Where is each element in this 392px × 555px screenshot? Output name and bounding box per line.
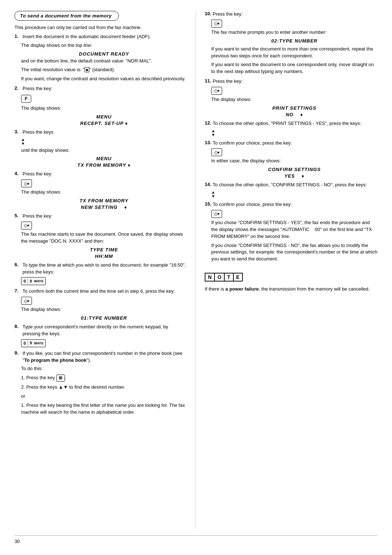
numeric-keys-2[interactable]: 09WAYS	[21, 339, 46, 347]
step-8-keys: 09WAYS	[21, 339, 187, 347]
step-14-arrows: ▲ ▼	[211, 190, 377, 198]
step-9: 9. If you like, you can find your corres…	[15, 350, 187, 416]
step-2-text: Press the key:	[23, 85, 187, 92]
page-number: 30	[15, 535, 377, 544]
start-key-2[interactable]: ◇■	[21, 222, 32, 230]
step-5-text: Press the key:	[23, 213, 187, 220]
start-key-4[interactable]: ◇■	[211, 20, 222, 28]
section-title: To send a document from the memory	[15, 11, 119, 21]
step-6: 6. To type the time at which you wish to…	[15, 262, 187, 285]
display-menu-1: MENU	[21, 114, 187, 119]
step-12-text: To choose the other option, "PRINT SETTI…	[213, 120, 377, 127]
step-12-num: 12.	[205, 120, 213, 126]
book-key[interactable]: ⊞	[56, 374, 65, 382]
display-confirm-settings: CONFIRM SETTINGS	[211, 167, 377, 172]
step-6-num: 6.	[15, 262, 23, 267]
step-8-text: Type your correspondent's number directl…	[23, 324, 187, 337]
start-key-5[interactable]: ◇■	[211, 87, 222, 95]
step-9-text: If you like, you can find your correspon…	[23, 350, 187, 364]
step-7-num: 7.	[15, 288, 23, 293]
step-14-text: To choose the other option, "CONFIRM SET…	[213, 182, 377, 189]
step-11-text: Press the key:	[213, 78, 377, 85]
step-12-arrows: ▲ ▼	[211, 129, 377, 137]
display-tx-from-memory-1: TX FROM MEMORY ♦	[21, 162, 187, 168]
step-12: 12. To choose the other option, "PRINT S…	[205, 120, 377, 137]
step-5-num: 5.	[15, 213, 23, 218]
step-2-num: 2.	[15, 85, 23, 91]
step-1-num: 1.	[15, 33, 23, 39]
step-4-num: 4.	[15, 171, 23, 176]
display-menu-2: MENU	[21, 156, 187, 161]
step-2-key: F	[21, 94, 187, 104]
step-10-num: 10.	[205, 11, 213, 16]
up-down-arrow-3[interactable]: ▲ ▼	[211, 190, 215, 198]
start-key-6[interactable]: ◇■	[211, 148, 222, 156]
step-14: 14. To choose the other option, "CONFIRM…	[205, 182, 377, 198]
start-key-1[interactable]: ◇■	[21, 179, 32, 187]
step-3-num: 3.	[15, 129, 23, 134]
display-print-settings: PRINT SETTINGS	[211, 105, 377, 111]
note-section: N O T E If there is a power failure, the…	[205, 269, 377, 293]
step-1: 1. Insert the document in the automatic …	[15, 33, 187, 82]
step-9-num: 9.	[15, 350, 23, 356]
step-5: 5. Press the key: ◇■ The fax machine sta…	[15, 213, 187, 259]
numeric-keys-1[interactable]: 09WAYS	[21, 277, 46, 285]
up-down-arrow-2[interactable]: ▲ ▼	[211, 129, 215, 137]
display-new-setting: NEW SETTING ♦	[21, 204, 187, 210]
step-3-arrows: ▲ ▼	[21, 138, 187, 146]
left-column: To send a document from the memory This …	[15, 11, 196, 529]
note-box: N O T E	[205, 273, 243, 281]
step-8: 8. Type your correspondent's number dire…	[15, 324, 187, 347]
step-15: 15. To confirm your choice, press the ke…	[205, 201, 377, 263]
step-13-key: ◇■	[211, 148, 377, 156]
start-key-7[interactable]: ◇■	[211, 210, 222, 218]
step-7-key: ◇■	[21, 297, 187, 305]
step-15-key: ◇■	[211, 210, 377, 218]
step-2: 2. Press the key: F The display shows: M…	[15, 85, 187, 126]
step-8-num: 8.	[15, 324, 23, 329]
page: To send a document from the memory This …	[0, 0, 392, 555]
up-down-arrow[interactable]: ▲ ▼	[21, 138, 25, 146]
display-02-type-number: 02:TYPE NUMBER	[211, 38, 377, 44]
step-6-text: To type the time at which you wish to se…	[23, 262, 187, 276]
display-document-ready: DOCUMENT READY	[21, 51, 187, 57]
display-yes: YES ♦	[211, 173, 377, 179]
step-3-text: Press the keys	[23, 129, 187, 136]
display-type-time: TYPE TIME	[21, 247, 187, 252]
display-tx-from-memory-2: TX FROM MEMORY	[21, 198, 187, 203]
step-4-text: Press the key:	[23, 171, 187, 178]
note-text: If there is a power failure, the transmi…	[205, 286, 377, 293]
step-14-num: 14.	[205, 182, 213, 187]
step-4-key: ◇■	[21, 179, 187, 187]
step-5-key: ◇■	[21, 222, 187, 230]
step-13-num: 13.	[205, 140, 213, 145]
step-13: 13. To confirm your choice, press the ke…	[205, 140, 377, 179]
step-10: 10. Press the key: ◇■ The fax machine pr…	[205, 11, 377, 75]
step-11-key: ◇■	[211, 87, 377, 95]
step-7: 7. To confirm both the current time and …	[15, 288, 187, 321]
f-key[interactable]: F	[21, 95, 31, 103]
step-3: 3. Press the keys ▲ ▼ until the display …	[15, 129, 187, 168]
display-01-type-number: 01:TYPE NUMBER	[21, 315, 187, 321]
display-recept-setup: RECEPT. SET-UP ♦	[21, 121, 187, 126]
step-4: 4. Press the key: ◇■ The display shows: …	[15, 171, 187, 210]
step-13-text: To confirm your choice, press the key:	[213, 140, 377, 147]
step-15-num: 15.	[205, 201, 213, 207]
display-hhmm: HH:MM	[21, 254, 187, 259]
step-1-sub: The display shows on the top line: DOCUM…	[21, 42, 187, 82]
step-1-text: Insert the document in the automatic doc…	[23, 33, 187, 40]
start-key-3[interactable]: ◇■	[21, 297, 32, 305]
display-no: NO ♦	[211, 112, 377, 117]
intro-text: This procedure can only be carried out f…	[15, 24, 187, 31]
step-15-text: To confirm your choice, press the key:	[213, 201, 377, 208]
step-11-num: 11.	[205, 78, 213, 84]
step-10-text: Press the key:	[213, 11, 377, 18]
step-11: 11. Press the key: ◇■ The display shows:…	[205, 78, 377, 117]
step-7-text: To confirm both the current time and the…	[23, 288, 187, 295]
step-6-keys: 09WAYS	[21, 277, 187, 285]
step-10-key: ◇■	[211, 20, 377, 28]
right-column: 10. Press the key: ◇■ The fax machine pr…	[196, 11, 377, 529]
